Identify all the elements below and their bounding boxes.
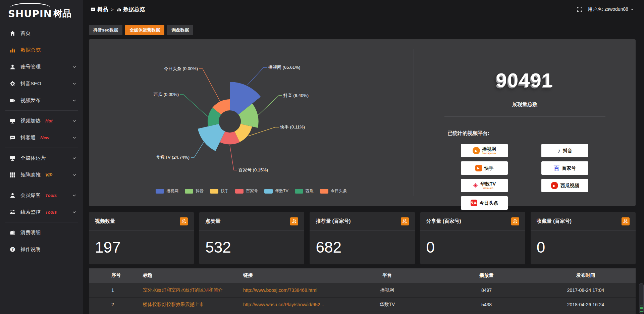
legend-item-百家号[interactable]: 百家号 — [235, 188, 258, 194]
sidebar-item-label: 视频发布 — [20, 97, 41, 104]
legend-item-华数TV[interactable]: 华数TV — [264, 188, 288, 194]
sidebar-item-label: 账号管理 — [20, 64, 41, 70]
legend-swatch — [185, 189, 193, 194]
sidebar-item-抖客通[interactable]: 抖客通New — [0, 129, 83, 146]
sidebar-item-tag: Tools — [45, 193, 57, 198]
video-url-link[interactable]: http://www.boosj.com/7338468.html — [243, 287, 317, 293]
cell-published: 2018-04-26 16:24 — [536, 297, 636, 312]
chevron-down-icon — [72, 82, 76, 86]
sidebar-item-账号管理[interactable]: 账号管理 — [0, 58, 83, 75]
monitor-icon — [10, 118, 15, 124]
chevron-down-icon — [72, 98, 76, 103]
fullscreen-icon[interactable] — [577, 7, 582, 12]
cell-index: 2 — [107, 297, 139, 312]
sidebar-item-tag: VIP — [45, 172, 52, 177]
sidebar-menu: 首页数据总览账号管理抖音SEO视频发布视频加热Hot抖客通New全媒体运营矩阵助… — [0, 21, 83, 258]
baijia-logo: 百 — [554, 165, 559, 171]
user-menu[interactable]: 用户名: zswodun88 — [588, 6, 634, 12]
total-badge[interactable]: 总 — [511, 217, 519, 225]
total-badge[interactable]: 总 — [180, 217, 188, 225]
bars-icon — [117, 7, 121, 12]
legend-swatch — [235, 189, 244, 194]
sidebar-item-数据总览[interactable]: 数据总览 — [0, 42, 83, 58]
total-badge[interactable]: 总 — [401, 217, 409, 225]
sidebar-item-label: 全媒体运营 — [20, 155, 46, 161]
video-title-link[interactable]: 楼体投影灯投影效果震撼上市 — [143, 302, 204, 307]
menu-divider — [5, 110, 78, 111]
legend-item-今日头条[interactable]: 今日头条 — [320, 188, 347, 194]
legend-swatch — [156, 189, 164, 194]
stat-card-value: 532 — [199, 231, 304, 256]
col-header-plays: 播放量 — [437, 268, 536, 283]
pie-slice-华数TV[interactable] — [198, 124, 225, 151]
platform-name: 华数TV — [480, 181, 496, 187]
sidebar-item-线索监控[interactable]: 线索监控Tools — [0, 204, 83, 220]
member-icon — [10, 193, 15, 198]
pie-label-百家号: 百家号 (0.15%) — [238, 167, 268, 172]
table-row: 2楼体投影灯投影效果震撼上市http://www.wasu.cn/Play/sh… — [89, 297, 636, 312]
stat-card-视频数量: 视频数量总197 — [89, 212, 194, 264]
legend-item-播视网[interactable]: 播视网 — [156, 188, 178, 194]
col-header-platform: 平台 — [337, 268, 437, 283]
platform-subtitle: boosj.com — [482, 152, 496, 155]
video-table: 序号标题链接平台播放量发布时间1室外水纹灯和室内水纹灯的区别和简介http://… — [89, 268, 636, 314]
stat-card-value: 0 — [420, 231, 525, 256]
sidebar-item-全媒体运营[interactable]: 全媒体运营 — [0, 150, 83, 166]
platform-name: 百家号 — [562, 166, 576, 171]
pie-label-播视网: 播视网 (65.61%) — [268, 65, 300, 70]
legend-label: 华数TV — [275, 188, 288, 194]
stat-card-推荐量 (百家号): 推荐量 (百家号)总682 — [310, 212, 415, 264]
total-badge[interactable]: 总 — [290, 217, 298, 225]
app-logo[interactable]: SHUPIN 树品 — [0, 2, 83, 21]
label-line-西瓜 — [180, 95, 208, 116]
cell-index: 1 — [107, 283, 139, 297]
legend-item-抖音[interactable]: 抖音 — [185, 188, 204, 194]
sidebar-item-tag: Tools — [45, 210, 57, 215]
legend-item-西瓜[interactable]: 西瓜 — [295, 188, 314, 194]
user-area: 用户名: zswodun88 — [577, 6, 634, 12]
pie-label-华数TV: 华数TV (24.74%) — [156, 155, 190, 160]
legend-swatch — [295, 189, 303, 194]
douyin-logo: ♪ — [557, 148, 560, 154]
platform-badge-今日头条: 头条今日头条 — [461, 196, 508, 210]
sidebar-item-label: 首页 — [20, 30, 31, 37]
tab-询盘数据[interactable]: 询盘数据 — [167, 25, 193, 35]
total-badge[interactable]: 总 — [622, 217, 630, 225]
overview-panel: 播视网 (65.61%)抖音 (9.40%)快手 (0.11%)百家号 (0.1… — [89, 39, 636, 206]
chevron-down-icon — [72, 65, 76, 69]
stat-cards: 视频数量总197点赞量总532推荐量 (百家号)总682分享量 (百家号)总0收… — [89, 212, 636, 264]
breadcrumb-item-数据总览[interactable]: 数据总览 — [117, 6, 145, 13]
video-title-link[interactable]: 室外水纹灯和室内水纹灯的区别和简介 — [143, 287, 223, 293]
stat-card-header: 点赞量总 — [199, 212, 304, 231]
platform-name: 快手 — [484, 166, 494, 171]
legend-item-快手[interactable]: 快手 — [210, 188, 229, 194]
main-area: 树品>数据总览 用户名: zswodun88 抖音seo数据全媒体运营数据询盘数… — [83, 0, 644, 314]
sidebar-item-tag: New — [40, 135, 49, 140]
sidebar-item-矩阵助推[interactable]: 矩阵助推VIP — [0, 166, 83, 183]
tab-全媒体运营数据[interactable]: 全媒体运营数据 — [125, 25, 164, 35]
video-url-link[interactable]: http://www.wasu.cn/Play/show/id/952... — [243, 302, 324, 307]
cell-platform: 播视网 — [337, 283, 437, 297]
cell-plays: 5438 — [437, 297, 536, 312]
sidebar-item-视频发布[interactable]: 视频发布 — [0, 92, 83, 109]
impressions-total-label: 展现量总数 — [414, 101, 636, 108]
floating-scroll-widget[interactable] — [639, 283, 644, 314]
sidebar-item-视频加热[interactable]: 视频加热Hot — [0, 112, 83, 129]
wasu-logo: ✳ — [473, 182, 478, 189]
boosj-logo: ▶ — [473, 147, 480, 154]
breadcrumb-item-树品[interactable]: 树品 — [91, 6, 108, 13]
sidebar-item-消费明细[interactable]: 消费明细 — [0, 224, 83, 241]
question-icon: ? — [10, 247, 15, 252]
stripe-decoration — [640, 308, 643, 309]
sidebar-item-首页[interactable]: 首页 — [0, 25, 83, 42]
platform-name: 西瓜视频 — [560, 183, 579, 188]
sidebar-item-抖音SEO[interactable]: 抖音SEO — [0, 75, 83, 92]
chevron-down-icon — [72, 156, 76, 160]
sidebar-item-操作说明[interactable]: ?操作说明 — [0, 241, 83, 258]
chevron-down-icon — [72, 210, 76, 214]
xigua-logo: ▶ — [551, 182, 558, 189]
breadcrumb-separator: > — [111, 7, 114, 12]
sidebar-item-会员爆客[interactable]: 会员爆客Tools — [0, 187, 83, 204]
stripe-decoration — [640, 306, 643, 306]
tab-抖音seo数据[interactable]: 抖音seo数据 — [89, 25, 122, 35]
